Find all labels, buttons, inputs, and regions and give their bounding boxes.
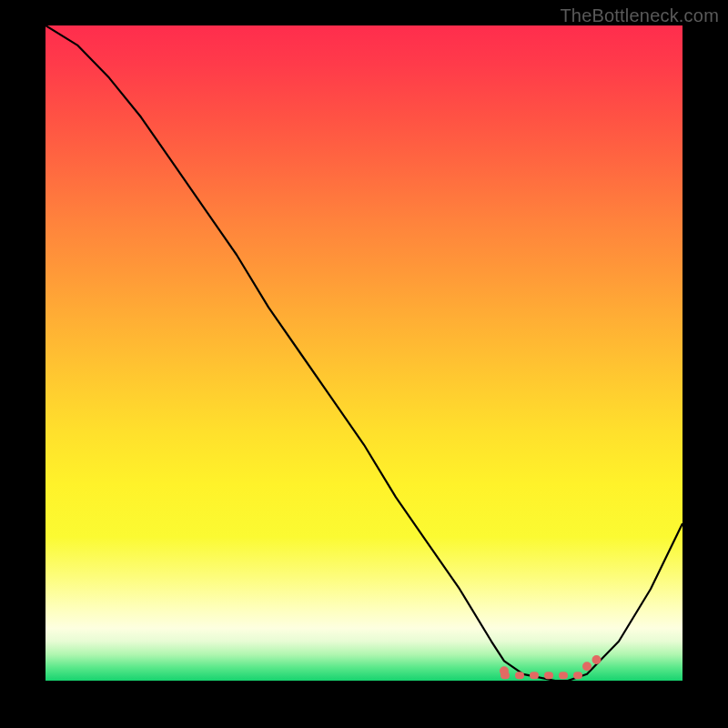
bottleneck-curve: [46, 25, 682, 681]
curve-layer: [46, 25, 682, 681]
chart-frame: TheBottleneck.com: [0, 0, 728, 728]
plot-area: [46, 25, 682, 681]
marker-dot: [592, 655, 602, 664]
marker-dot: [500, 666, 509, 675]
marker-dot: [582, 662, 592, 671]
watermark-text: TheBottleneck.com: [560, 5, 719, 26]
